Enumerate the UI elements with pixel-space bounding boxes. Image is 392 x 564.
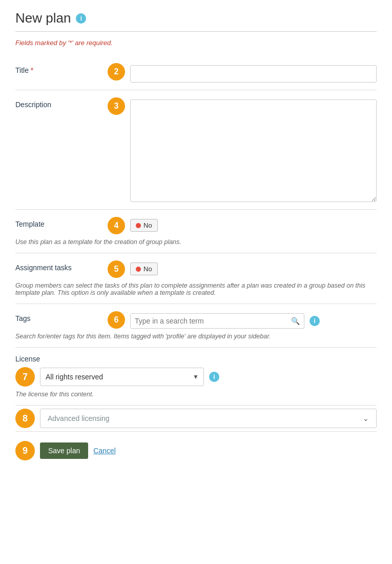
- tags-search-wrapper: 🔍: [130, 313, 304, 329]
- step-badge-2: 2: [108, 63, 125, 80]
- tags-row: Tags 6 🔍 i: [15, 311, 377, 329]
- assignment-control-area: No: [130, 260, 377, 275]
- step-badge-5: 5: [108, 260, 125, 278]
- required-note: Fields marked by '*' are required.: [15, 39, 377, 47]
- template-row: Template 4 No: [15, 217, 377, 234]
- license-select-wrapper: All rights reserved Creative Commons Pub…: [40, 368, 204, 386]
- advanced-row: 8 Advanced licensing ⌄: [15, 409, 377, 428]
- template-section: Template 4 No Use this plan as a templat…: [15, 210, 377, 253]
- assignment-toggle-button[interactable]: No: [130, 263, 158, 275]
- step-badge-8: 8: [15, 409, 35, 428]
- advanced-label-text: Advanced licensing: [48, 414, 110, 422]
- step-badge-3: 3: [108, 97, 125, 115]
- template-toggle-container: No: [130, 219, 158, 232]
- title-label: Title *: [15, 63, 102, 74]
- license-hint: The license for this content.: [15, 391, 377, 398]
- tags-input-row: 🔍 i: [130, 313, 320, 329]
- assignment-section: Assignment tasks 5 No Group members can …: [15, 253, 377, 304]
- title-section: Title * 2: [15, 56, 377, 90]
- save-button[interactable]: Save plan: [40, 442, 88, 459]
- step-badge-4: 4: [108, 217, 125, 234]
- actions-row: 9 Save plan Cancel: [15, 432, 377, 460]
- license-row: 7 All rights reserved Creative Commons P…: [15, 367, 377, 387]
- tags-info-icon[interactable]: i: [310, 316, 320, 326]
- tags-hint: Search for/enter tags for this item. Ite…: [15, 333, 377, 340]
- template-toggle-label: No: [143, 221, 152, 229]
- title-input[interactable]: [130, 65, 377, 83]
- tags-search-input[interactable]: [131, 314, 287, 328]
- license-select[interactable]: All rights reserved Creative Commons Pub…: [40, 368, 204, 386]
- license-label: License: [15, 355, 377, 363]
- tags-label: Tags: [15, 311, 102, 323]
- cancel-button[interactable]: Cancel: [93, 447, 116, 455]
- assignment-hint: Group members can select the tasks of th…: [15, 282, 377, 296]
- assignment-toggle-label: No: [143, 265, 152, 273]
- description-control-area: [130, 97, 377, 202]
- description-textarea[interactable]: [130, 99, 377, 202]
- page-info-icon[interactable]: i: [76, 13, 86, 24]
- step-badge-7: 7: [15, 367, 35, 387]
- page-title-row: New plan i: [15, 10, 377, 32]
- template-control-area: No: [130, 217, 377, 232]
- title-row: Title * 2: [15, 63, 377, 83]
- chevron-down-icon: ⌄: [363, 414, 369, 422]
- license-info-icon[interactable]: i: [209, 372, 219, 382]
- template-toggle-button[interactable]: No: [130, 219, 158, 232]
- title-control-area: [130, 63, 377, 83]
- template-toggle-dot: [136, 223, 141, 228]
- step-badge-6: 6: [108, 311, 125, 329]
- license-section: License 7 All rights reserved Creative C…: [15, 348, 377, 406]
- tags-search-icon-button[interactable]: 🔍: [287, 314, 304, 328]
- page-title: New plan: [15, 10, 71, 26]
- title-required-star: *: [31, 66, 33, 74]
- advanced-section: 8 Advanced licensing ⌄: [15, 406, 377, 432]
- advanced-collapse-button[interactable]: Advanced licensing ⌄: [40, 409, 377, 428]
- assignment-toggle-container: No: [130, 263, 158, 275]
- description-section: Description 3: [15, 90, 377, 210]
- tags-section: Tags 6 🔍 i Search for/enter tags for thi…: [15, 304, 377, 348]
- assignment-label: Assignment tasks: [15, 260, 102, 272]
- step-badge-9: 9: [15, 441, 35, 460]
- assignment-toggle-dot: [136, 267, 141, 272]
- page-container: New plan i Fields marked by '*' are requ…: [0, 0, 392, 481]
- search-icon: 🔍: [291, 317, 300, 325]
- template-label: Template: [15, 217, 102, 228]
- description-label: Description: [15, 97, 102, 109]
- tags-control-area: 🔍 i: [130, 311, 377, 329]
- assignment-row: Assignment tasks 5 No: [15, 260, 377, 278]
- description-row: Description 3: [15, 97, 377, 202]
- template-hint: Use this plan as a template for the crea…: [15, 238, 377, 246]
